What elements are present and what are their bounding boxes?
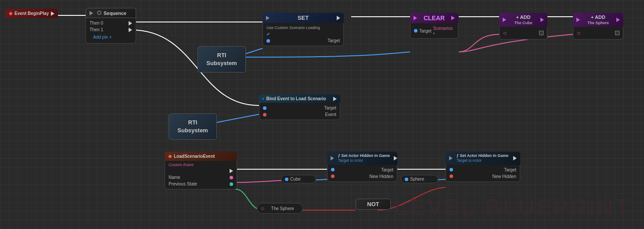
not-header: NOT	[356, 199, 391, 210]
add-sphere-exec-out	[616, 18, 620, 22]
add-sphere-checkbox	[615, 31, 619, 35]
load-scenario-body: Custom Event Name Previous State	[165, 161, 237, 189]
add-cube-in-pin: ○	[503, 29, 507, 36]
load-scenario-event-node: ◆ LoadScenarioEvent Custom Event Name Pr…	[165, 152, 237, 189]
hidden-sphere-target-pin	[450, 168, 453, 171]
bind-target-pin	[263, 106, 266, 110]
event-begin-play-node: ◆ Event BeginPlay	[5, 9, 58, 18]
hidden-sphere-exec-out	[513, 156, 517, 160]
sequence-then0-row: Then 0	[86, 20, 136, 26]
event-begin-play-header: ◆ Event BeginPlay	[5, 9, 58, 18]
exec-out-pin	[51, 11, 54, 16]
sequence-icon: ⬡	[97, 10, 101, 16]
not-node: NOT	[356, 199, 391, 210]
sequence-node: ⬡ Sequence Then 0 Then 1 Add pin +	[86, 8, 136, 44]
the-sphere-pin-node: ○ The Sphere	[257, 203, 303, 214]
bind-icon: ▪	[263, 96, 264, 101]
rti-bottom-header: RTISubsystem	[169, 113, 217, 140]
hidden-cube-target-pin	[331, 168, 335, 171]
sequence-exec-in	[90, 11, 93, 15]
clear-exec-in	[414, 16, 417, 20]
set-hidden-cube-body: Target New Hidden	[327, 165, 397, 182]
load-prev-state-pin	[230, 182, 233, 186]
add-sphere-node: + ADDThe Sphere ○	[573, 13, 623, 40]
sphere-input-pin	[405, 178, 408, 181]
the-sphere-out-pin: ○	[261, 205, 264, 212]
set-hidden-sphere-body: Target New Hidden	[446, 165, 520, 182]
clear-header: CLEAR	[410, 13, 458, 23]
set-hidden-cube-node: ƒ Set Actor Hidden In GameTarget is Acto…	[327, 152, 397, 182]
watermark: LEVEL BLUEPRINT	[394, 194, 631, 220]
bind-event-node: ▪ Bind Event to Load Scenario Target Eve…	[259, 95, 340, 120]
add-sphere-in-pin: ○	[577, 29, 580, 36]
cube-input-pin	[285, 178, 288, 181]
diamond-icon: ◆	[168, 153, 172, 159]
bind-exec-out	[333, 97, 337, 101]
add-sphere-header: + ADDThe Sphere	[573, 13, 623, 27]
add-cube-node: + ADDThe Cube ○	[499, 13, 547, 40]
clear-exec-out	[451, 16, 455, 20]
rti-subsystem-bottom-node: RTISubsystem	[169, 113, 217, 140]
set-hidden-sphere-node: ƒ Set Actor Hidden In GameTarget is Acto…	[446, 152, 520, 182]
rti-top-header: RTISubsystem	[198, 46, 246, 73]
clear-body: Target Scenarios ▪	[410, 23, 458, 39]
sequence-then1-row: Then 1	[86, 26, 136, 33]
add-cube-body: ○	[499, 27, 547, 40]
then0-pin[interactable]	[129, 21, 132, 25]
sphere-input-node: Sphere	[401, 175, 438, 183]
hidden-cube-exec-out	[394, 156, 397, 160]
set-body: Use Custom Scenario Loading ✔ Target	[263, 23, 344, 46]
load-exec-out	[230, 169, 233, 173]
then1-pin[interactable]	[129, 28, 132, 32]
bind-event-pin	[263, 113, 266, 116]
hidden-cube-new-hidden-pin	[331, 174, 335, 178]
set-target-pin	[266, 39, 270, 43]
event-icon: ◆	[9, 11, 12, 16]
set-hidden-sphere-header: ƒ Set Actor Hidden In GameTarget is Acto…	[446, 152, 520, 165]
set-node: SET Use Custom Scenario Loading ✔ Target	[263, 13, 344, 46]
set-exec-out	[337, 16, 340, 20]
add-cube-checkbox	[539, 31, 543, 35]
load-name-pin	[230, 176, 233, 179]
bind-event-body: Target Event	[259, 103, 340, 120]
set-header: SET	[263, 13, 344, 23]
add-cube-exec-in	[503, 18, 506, 22]
hidden-sphere-new-hidden-pin	[450, 174, 453, 178]
set-hidden-cube-header: ƒ Set Actor Hidden In GameTarget is Acto…	[327, 152, 397, 165]
add-sphere-exec-in	[576, 18, 580, 22]
add-sphere-body: ○	[573, 27, 623, 40]
sequence-addpin-row[interactable]: Add pin +	[86, 33, 136, 41]
load-scenario-header: ◆ LoadScenarioEvent	[165, 152, 237, 161]
add-cube-header: + ADDThe Cube	[499, 13, 547, 27]
clear-node: CLEAR Target Scenarios ▪	[410, 13, 458, 39]
sequence-header: ⬡ Sequence	[86, 8, 136, 18]
clear-target-pin	[414, 29, 417, 33]
clear-scenarios-pin: Scenarios ▪	[433, 26, 454, 36]
add-cube-exec-out	[540, 18, 544, 22]
hidden-sphere-exec-in	[449, 156, 453, 160]
sequence-body: Then 0 Then 1 Add pin +	[86, 18, 136, 44]
bind-event-header: ▪ Bind Event to Load Scenario	[259, 95, 340, 103]
cube-input-node: Cube	[281, 175, 316, 183]
set-exec-in	[266, 16, 270, 20]
hidden-cube-exec-in	[331, 156, 334, 160]
rti-subsystem-top-node: RTISubsystem	[198, 46, 246, 73]
